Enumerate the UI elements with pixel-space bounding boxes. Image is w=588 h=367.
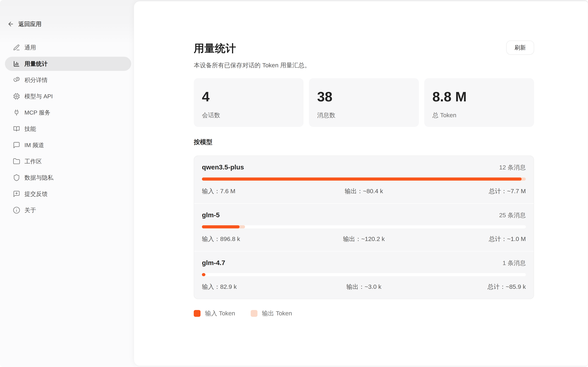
model-input-tokens: 输入：896.8 k [202,235,310,243]
sidebar-item-label: 工作区 [24,158,42,165]
model-row-qwen35-plus: qwen3.5-plus 12 条消息 输入：7.6 M 输出：~80.4 k … [194,156,534,203]
sidebar-item-im-channels[interactable]: IM 频道 [5,138,131,152]
coins-icon [13,76,20,84]
legend-item-input: 输入 Token [194,309,235,317]
input-token-swatch [194,310,201,317]
legend-item-output: 输出 Token [251,309,292,317]
model-output-tokens: 输出：~80.4 k [310,187,418,195]
messages-label: 消息数 [317,111,411,119]
model-total-tokens: 总计：~1.0 M [418,235,526,243]
sidebar-item-workspace[interactable]: 工作区 [5,154,131,168]
arrow-left-icon [7,21,14,27]
sidebar-item-models-api[interactable]: 模型与 API [5,89,131,103]
sidebar-item-data-privacy[interactable]: 数据与隐私 [5,171,131,185]
app-window: 返回应用 通用 用量统计 积分详情 模型与 API MCP 服务 [0,0,588,367]
sidebar-item-credits[interactable]: 积分详情 [5,73,131,87]
by-model-heading: 按模型 [194,138,534,146]
model-message-count: 25 条消息 [499,211,526,219]
model-row-glm-5: glm-5 25 条消息 输入：896.8 k 输出：~120.2 k 总计：~… [194,203,534,251]
sidebar-item-label: 技能 [24,125,36,133]
page-subtitle: 本设备所有已保存对话的 Token 用量汇总。 [194,61,534,69]
plug-icon [13,109,20,116]
sidebar-item-label: 通用 [24,44,36,51]
sidebar-item-label: 模型与 API [24,92,53,100]
cpu-icon [13,93,20,100]
sidebar-item-label: 提交反馈 [24,190,48,198]
stat-card-sessions: 4 会话数 [194,78,304,127]
model-message-count: 1 条消息 [502,259,526,267]
model-total-tokens: 总计：~7.7 M [418,187,526,195]
output-token-legend-label: 输出 Token [262,309,292,317]
folder-icon [13,158,20,165]
model-message-count: 12 条消息 [499,163,526,172]
model-name: glm-5 [202,211,220,219]
token-legend: 输入 Token 输出 Token [194,309,534,317]
message-square-icon [13,142,20,149]
model-output-tokens: 输出：~120.2 k [310,235,418,243]
total-tokens-label: 总 Token [432,111,526,119]
sidebar-item-label: 数据与隐私 [24,174,53,182]
sidebar-nav: 通用 用量统计 积分详情 模型与 API MCP 服务 技能 [0,41,134,217]
back-to-app-button[interactable]: 返回应用 [7,20,134,28]
input-token-segment [202,225,240,228]
bar-chart-icon [13,60,20,67]
sidebar-item-usage-stats[interactable]: 用量统计 [5,57,131,71]
stat-cards: 4 会话数 38 消息数 8.8 M 总 Token [194,78,534,127]
model-usage-list: qwen3.5-plus 12 条消息 输入：7.6 M 输出：~80.4 k … [194,156,534,299]
input-token-legend-label: 输入 Token [205,309,235,317]
total-tokens-count: 8.8 M [432,90,526,104]
sidebar-item-label: 用量统计 [24,60,48,68]
sidebar-item-skills[interactable]: 技能 [5,122,131,136]
model-name: qwen3.5-plus [202,163,244,171]
token-usage-bar [202,273,526,276]
sidebar-item-mcp[interactable]: MCP 服务 [5,106,131,120]
sidebar-item-label: IM 频道 [24,141,44,149]
refresh-button[interactable]: 刷新 [506,41,534,55]
back-label: 返回应用 [18,20,41,28]
model-input-tokens: 输入：82.9 k [202,283,310,291]
token-usage-bar [202,225,526,228]
main-panel: 用量统计 刷新 本设备所有已保存对话的 Token 用量汇总。 4 会话数 38… [134,1,588,366]
page-title: 用量统计 [194,42,534,56]
stat-card-total-tokens: 8.8 M 总 Token [424,78,534,127]
input-token-segment [202,177,522,181]
info-icon [13,207,20,214]
sidebar-item-label: 积分详情 [24,76,48,84]
sidebar-item-feedback[interactable]: 提交反馈 [5,187,131,201]
shield-icon [13,174,20,181]
token-usage-bar [202,177,526,181]
sidebar-item-general[interactable]: 通用 [5,41,131,55]
model-input-tokens: 输入：7.6 M [202,187,310,195]
model-output-tokens: 输出：~3.0 k [310,283,418,291]
message-plus-icon [13,190,20,198]
settings-sidebar: 返回应用 通用 用量统计 积分详情 模型与 API MCP 服务 [0,0,134,367]
model-total-tokens: 总计：~85.9 k [418,283,526,291]
pencil-icon [13,44,20,51]
sessions-label: 会话数 [202,111,295,119]
input-token-segment [202,273,205,276]
output-token-swatch [251,310,258,317]
sidebar-item-about[interactable]: 关于 [5,203,131,217]
sidebar-item-label: MCP 服务 [24,109,50,117]
model-row-glm-47: glm-4.7 1 条消息 输入：82.9 k 输出：~3.0 k 总计：~85… [194,251,534,299]
model-name: glm-4.7 [202,259,225,267]
book-open-icon [13,125,20,133]
sessions-count: 4 [202,90,295,104]
stat-card-messages: 38 消息数 [309,78,419,127]
messages-count: 38 [317,90,411,104]
sidebar-item-label: 关于 [24,206,36,214]
